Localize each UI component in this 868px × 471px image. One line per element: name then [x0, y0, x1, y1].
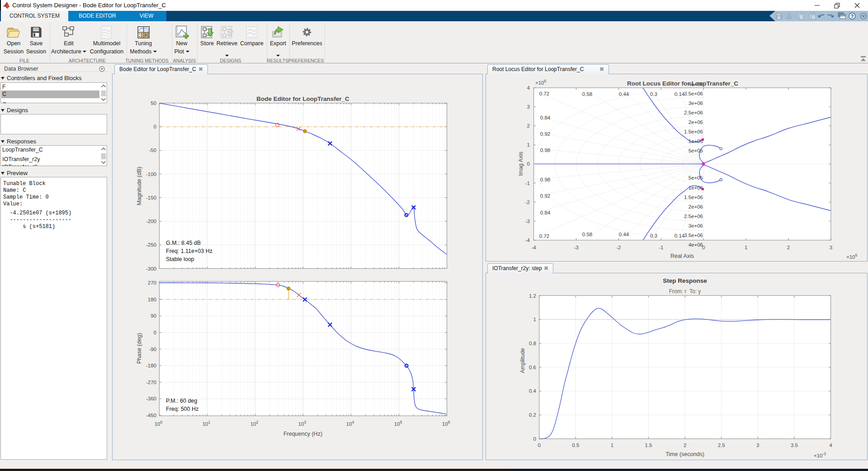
svg-text:2: 2	[787, 245, 790, 250]
svg-text:-4: -4	[525, 238, 530, 243]
svg-text:G.M.: 8.45 dB: G.M.: 8.45 dB	[166, 240, 201, 246]
svg-text:2.5: 2.5	[718, 442, 725, 448]
svg-text:2: 2	[527, 123, 530, 128]
svg-text:2: 2	[684, 442, 686, 448]
svg-text:Amplitude: Amplitude	[519, 348, 526, 373]
svg-text:Magnitude (dB): Magnitude (dB)	[136, 167, 142, 205]
svg-text:P.M.: 60 deg: P.M.: 60 deg	[166, 398, 197, 404]
svg-text:0.6: 0.6	[529, 365, 536, 370]
svg-text:3e+06: 3e+06	[689, 100, 703, 106]
svg-text:×106: ×106	[535, 79, 547, 86]
svg-text:3: 3	[527, 104, 530, 109]
svg-text:×10-3: ×10-3	[814, 452, 826, 458]
svg-text:-250: -250	[146, 242, 156, 247]
svg-text:0.72: 0.72	[539, 91, 549, 96]
svg-text:90: 90	[151, 313, 156, 319]
svg-text:Real Axis: Real Axis	[670, 253, 694, 259]
svg-text:103: 103	[298, 420, 307, 427]
svg-text:-1: -1	[525, 181, 530, 186]
svg-text:3.5: 3.5	[791, 442, 798, 448]
svg-text:2.5e+06: 2.5e+06	[684, 214, 703, 219]
svg-text:-360: -360	[146, 396, 156, 401]
svg-text:0: 0	[527, 161, 530, 167]
svg-text:0.8: 0.8	[529, 341, 536, 346]
svg-text:0.98: 0.98	[540, 147, 550, 153]
svg-text:0.84: 0.84	[540, 210, 551, 215]
svg-text:0.44: 0.44	[619, 91, 629, 97]
svg-text:0.14: 0.14	[675, 91, 685, 97]
svg-text:-150: -150	[146, 195, 156, 200]
svg-text:×106: ×106	[846, 253, 858, 260]
svg-text:0.92: 0.92	[540, 193, 550, 199]
svg-text:Stable loop: Stable loop	[166, 256, 194, 262]
svg-text:102: 102	[250, 420, 259, 427]
svg-text:0.3: 0.3	[650, 91, 657, 97]
svg-text:1: 1	[745, 245, 747, 250]
svg-text:Frequency (Hz): Frequency (Hz)	[283, 431, 322, 437]
svg-text:3: 3	[830, 245, 832, 250]
svg-text:0: 0	[533, 436, 536, 442]
svg-text:0: 0	[538, 442, 540, 448]
svg-text:5e+05: 5e+05	[689, 175, 703, 181]
svg-text:-200: -200	[146, 219, 156, 224]
svg-text:4e+06: 4e+06	[689, 242, 703, 247]
svg-text:0.5: 0.5	[572, 442, 579, 448]
svg-text:2.5e+06: 2.5e+06	[684, 110, 703, 115]
svg-text:180: 180	[148, 297, 156, 302]
svg-text:-450: -450	[146, 413, 156, 418]
svg-text:-50: -50	[149, 147, 156, 153]
svg-text:-270: -270	[146, 380, 156, 385]
svg-text:100: 100	[155, 420, 163, 427]
svg-text:?: ?	[851, 14, 854, 19]
svg-text:Freq: 1.11e+03 Hz: Freq: 1.11e+03 Hz	[166, 248, 212, 254]
svg-text:2e+06: 2e+06	[689, 119, 703, 125]
svg-text:0.84: 0.84	[540, 115, 551, 120]
svg-text:0.58: 0.58	[582, 91, 592, 97]
svg-text:Time (seconds): Time (seconds)	[665, 451, 704, 457]
svg-text:0.44: 0.44	[619, 232, 629, 237]
svg-text:270: 270	[148, 280, 156, 285]
svg-text:Imag Axis: Imag Axis	[518, 152, 524, 176]
svg-text:1e+06: 1e+06	[689, 138, 703, 144]
svg-text:3.5e+06: 3.5e+06	[684, 91, 703, 96]
svg-text:0.58: 0.58	[582, 232, 592, 237]
svg-text:-2: -2	[525, 200, 530, 205]
svg-text:0: 0	[154, 330, 156, 335]
svg-text:Phase (deg): Phase (deg)	[136, 333, 142, 364]
svg-text:3: 3	[756, 442, 759, 448]
svg-text:0.14: 0.14	[675, 233, 685, 238]
svg-text:-1: -1	[659, 245, 663, 250]
svg-text:105: 105	[394, 420, 402, 427]
svg-text:-90: -90	[149, 347, 156, 352]
svg-text:4: 4	[829, 442, 832, 448]
svg-text:Root Locus Editor for LoopTran: Root Locus Editor for LoopTransfer_C	[627, 80, 738, 87]
svg-text:0.4: 0.4	[529, 388, 537, 394]
svg-text:0.92: 0.92	[540, 131, 550, 137]
svg-text:1: 1	[527, 142, 530, 147]
svg-text:1: 1	[611, 442, 613, 448]
svg-text:106: 106	[442, 420, 450, 427]
svg-text:3e+06: 3e+06	[689, 223, 703, 228]
svg-text:50: 50	[151, 100, 156, 106]
svg-text:0.3: 0.3	[650, 233, 657, 238]
svg-text:-2: -2	[616, 245, 621, 250]
svg-text:1.2: 1.2	[529, 293, 536, 299]
svg-text:-180: -180	[146, 363, 156, 368]
svg-text:-3: -3	[525, 219, 530, 224]
svg-text:1: 1	[533, 317, 536, 322]
svg-text:101: 101	[203, 420, 211, 427]
svg-text:Freq: 500 Hz: Freq: 500 Hz	[166, 406, 198, 412]
svg-text:104: 104	[346, 420, 354, 427]
svg-text:5e+05: 5e+05	[689, 148, 703, 153]
svg-text:0.72: 0.72	[539, 233, 549, 239]
svg-text:1.5: 1.5	[645, 442, 652, 448]
svg-text:4: 4	[527, 85, 530, 90]
svg-text:From: r To: y: From: r To: y	[669, 288, 701, 295]
svg-text:Bode Editor for LoopTransfer_C: Bode Editor for LoopTransfer_C	[256, 95, 349, 102]
svg-text:0: 0	[154, 124, 156, 129]
svg-text:1.5e+06: 1.5e+06	[684, 129, 703, 134]
svg-text:-100: -100	[146, 171, 156, 177]
svg-text:2e+06: 2e+06	[689, 204, 703, 209]
svg-text:-4: -4	[531, 245, 536, 250]
svg-text:-3: -3	[574, 245, 578, 250]
